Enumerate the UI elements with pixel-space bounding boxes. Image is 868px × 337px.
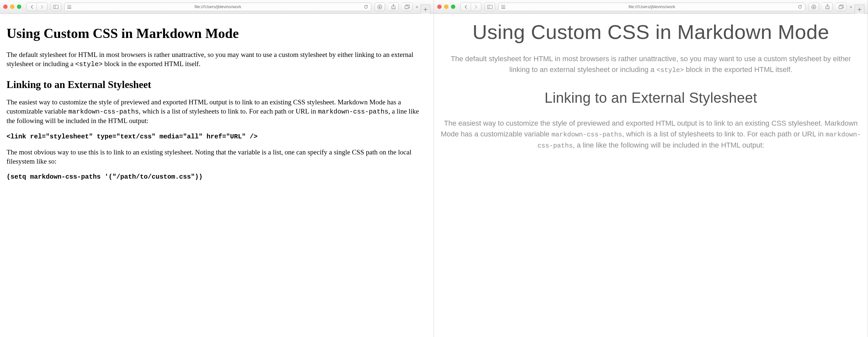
tabs-button[interactable]: [402, 3, 412, 11]
heading-1: Using Custom CSS in Markdown Mode: [440, 20, 862, 44]
chevron-right-icon: [40, 5, 43, 9]
new-tab-button[interactable]: [421, 5, 430, 14]
reader-icon: [67, 5, 71, 8]
paragraph: The default stylesheet for HTML in most …: [440, 53, 862, 75]
toolbar-right: ››: [808, 3, 851, 11]
tabs-icon: [405, 5, 410, 9]
browser-window-left: file:///Users/jblevins/work ›› Using Cus…: [0, 0, 434, 337]
tab-strip: [855, 5, 864, 14]
heading-2: Linking to an External Stylesheet: [6, 78, 427, 92]
address-bar[interactable]: file:///Users/jblevins/work: [64, 3, 371, 11]
svg-rect-0: [54, 5, 59, 8]
download-icon: [811, 4, 816, 9]
inline-code: markdown-css-paths: [318, 108, 388, 115]
share-icon: [391, 4, 396, 9]
minimize-window-button[interactable]: [444, 5, 448, 9]
inline-code: markdown-css-paths: [68, 108, 139, 115]
tabs-button[interactable]: [836, 3, 846, 11]
plus-icon: [858, 7, 862, 11]
url-text: file:///Users/jblevins/work: [68, 4, 368, 9]
svg-rect-4: [488, 5, 493, 8]
overflow-button[interactable]: ››: [850, 4, 851, 9]
heading-2: Linking to an External Stylesheet: [440, 87, 862, 109]
sidebar-icon: [53, 5, 59, 9]
url-text: file:///Users/jblevins/work: [502, 4, 802, 9]
close-window-button[interactable]: [3, 5, 7, 9]
minimize-window-button[interactable]: [10, 5, 14, 9]
back-button[interactable]: [461, 3, 471, 11]
browser-window-right: file:///Users/jblevins/work ›› Using Cus…: [434, 0, 868, 337]
document-pane-custom: Using Custom CSS in Markdown Mode The de…: [434, 14, 868, 337]
inline-code: <style>: [656, 66, 684, 74]
paragraph: The easiest way to customize the style o…: [440, 118, 862, 151]
traffic-lights: [3, 5, 21, 9]
inline-code: <style>: [75, 60, 103, 68]
forward-button[interactable]: [37, 3, 48, 11]
chevron-left-icon: [30, 5, 33, 9]
tab-strip: [421, 5, 430, 14]
svg-rect-3: [405, 5, 408, 8]
toolbar-right: ››: [374, 3, 417, 11]
chevron-right-icon: [474, 5, 477, 9]
close-window-button[interactable]: [437, 5, 441, 9]
sidebar-icon: [487, 5, 493, 9]
new-tab-button[interactable]: [855, 5, 864, 14]
downloads-button[interactable]: [374, 3, 385, 11]
maximize-window-button[interactable]: [17, 5, 21, 9]
address-bar[interactable]: file:///Users/jblevins/work: [498, 3, 805, 11]
paragraph: The default stylesheet for HTML in most …: [6, 50, 427, 69]
code-block: <link rel="stylesheet" type="text/css" m…: [6, 132, 427, 141]
paragraph: The easiest way to customize the style o…: [6, 97, 427, 125]
nav-group: [27, 3, 48, 11]
chevron-left-icon: [464, 5, 467, 9]
traffic-lights: [437, 5, 455, 9]
toolbar: file:///Users/jblevins/work ››: [434, 0, 868, 14]
tabs-icon: [839, 5, 844, 9]
overflow-button[interactable]: ››: [416, 4, 417, 9]
share-icon: [825, 4, 830, 9]
toolbar: file:///Users/jblevins/work ››: [0, 0, 434, 14]
sidebar-button[interactable]: [51, 3, 61, 11]
paragraph: The most obvious way to use this is to l…: [6, 147, 427, 166]
inline-code: markdown-css-paths: [551, 131, 622, 138]
document-pane-default: Using Custom CSS in Markdown Mode The de…: [0, 14, 434, 337]
share-button[interactable]: [822, 3, 833, 11]
back-button[interactable]: [27, 3, 37, 11]
download-icon: [377, 4, 382, 9]
sidebar-button[interactable]: [485, 3, 495, 11]
code-block: (setq markdown-css-paths '("/path/to/cus…: [6, 172, 427, 181]
heading-1: Using Custom CSS in Markdown Mode: [6, 24, 427, 43]
reader-icon: [501, 5, 505, 8]
downloads-button[interactable]: [808, 3, 819, 11]
forward-button[interactable]: [471, 3, 482, 11]
svg-rect-7: [839, 5, 842, 8]
maximize-window-button[interactable]: [451, 5, 455, 9]
reload-icon[interactable]: [364, 5, 368, 9]
reload-icon[interactable]: [798, 5, 802, 9]
nav-group: [461, 3, 482, 11]
share-button[interactable]: [388, 3, 399, 11]
plus-icon: [424, 7, 428, 11]
